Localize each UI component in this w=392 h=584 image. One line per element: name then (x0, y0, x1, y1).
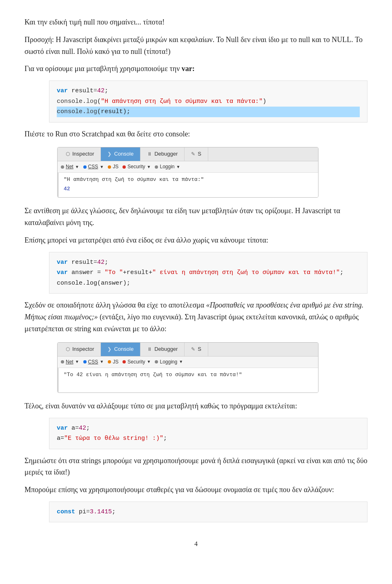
toolbar-security-2[interactable]: Security ▼ (122, 358, 151, 366)
toolbar-css-1[interactable]: CSS ▼ (83, 163, 104, 171)
paragraph-9: Μπορούμε επίσης να χρησιμοποιήσουμε σταθ… (24, 484, 368, 496)
tab-inspector-1[interactable]: ⬡ Inspector (59, 147, 101, 161)
paragraph-8: Σημειώστε ότι στα strings μπορούμε να χρ… (24, 455, 368, 479)
toolbar-js-2[interactable]: JS (108, 358, 118, 366)
devtools-screenshot-2: ⬡ Inspector ❯ Console ⏸ Debugger ✎ S Net… (57, 342, 318, 393)
code-block-1: var result=42; console.log("Η απάντηση σ… (49, 80, 368, 123)
css-arrow-2: ▼ (100, 359, 104, 365)
security-dot-1 (122, 165, 126, 169)
tab-debugger-1[interactable]: ⏸ Debugger (140, 147, 185, 161)
inspector-icon-2: ⬡ (66, 345, 70, 353)
paragraph-1: Και την ειδική τιμή null που σημαίνει...… (24, 16, 368, 28)
tab-s-1[interactable]: ✎ S (185, 147, 208, 161)
loggin-dot-1 (155, 165, 158, 169)
console-line-3: "To 42 είναι η απάντηση στη ζωή το σύμπα… (64, 370, 313, 380)
devtools-toolbar-1: Net ▼ CSS ▼ JS Security ▼ Loggin ▼ (58, 161, 318, 173)
paragraph-6: Σχεδόν σε οποιαδήποτε άλλη γλώσσα θα είχ… (24, 299, 368, 334)
code-block-2: var result=42; var answer = "To "+result… (49, 252, 368, 294)
net-dot-1 (61, 165, 64, 169)
css-arrow-1: ▼ (100, 164, 104, 170)
tab-console-2[interactable]: ❯ Console (101, 343, 140, 356)
toolbar-net-1[interactable]: Net ▼ (61, 163, 79, 171)
s-icon-2: ✎ (191, 345, 195, 353)
devtools-screenshot-1: ⬡ Inspector ❯ Console ⏸ Debugger ✎ S Net… (57, 147, 318, 198)
code-block-4: const pi=3.1415; (49, 502, 368, 523)
toolbar-security-1[interactable]: Security ▼ (122, 163, 151, 171)
devtools-tabs-1: ⬡ Inspector ❯ Console ⏸ Debugger ✎ S (58, 147, 318, 161)
tab-inspector-2[interactable]: ⬡ Inspector (59, 343, 101, 356)
paragraph-5: Επίσης μπορεί να μετατρέψει από ένα είδο… (24, 234, 368, 246)
paragraph-run: Πιέστε το Run στο Scratchpad και θα δείτ… (24, 128, 368, 140)
toolbar-net-2[interactable]: Net ▼ (61, 358, 79, 366)
devtools-content-2: "To 42 είναι η απάντηση στη ζωή το σύμπα… (58, 368, 318, 392)
console-line-1: "Η απάντηση στη ζωή το σύμπαν και τα πάν… (64, 175, 313, 185)
css-dot-2 (83, 360, 87, 363)
devtools-tabs-2: ⬡ Inspector ❯ Console ⏸ Debugger ✎ S (58, 343, 318, 357)
paragraph-4: Σε αντίθεση με άλλες γλώσσες, δεν δηλώνο… (24, 205, 368, 229)
debugger-icon-1: ⏸ (147, 150, 152, 158)
loggin-arrow-1: ▼ (176, 164, 180, 170)
console-line-2: 42 (64, 185, 313, 194)
js-dot-1 (108, 165, 111, 169)
net-arrow-2: ▼ (75, 359, 79, 365)
security-dot-2 (122, 360, 126, 363)
toolbar-logging-2[interactable]: Logging ▼ (155, 358, 183, 366)
devtools-content-1: "Η απάντηση στη ζωή το σύμπαν και τα πάν… (58, 173, 318, 197)
logging-arrow-2: ▼ (179, 359, 183, 365)
js-dot-2 (108, 360, 111, 363)
paragraph-3: Για να ορίσουμε μια μεταβλητή χρησιμοποι… (24, 63, 368, 75)
console-icon-2: ❯ (107, 345, 111, 353)
devtools-toolbar-2: Net ▼ CSS ▼ JS Security ▼ Logging ▼ (58, 357, 318, 368)
console-icon-1: ❯ (107, 150, 111, 158)
tab-debugger-2[interactable]: ⏸ Debugger (140, 343, 185, 356)
logging-dot-2 (155, 360, 158, 363)
debugger-icon-2: ⏸ (147, 345, 152, 353)
net-dot-2 (61, 360, 64, 363)
code-block-3: var a=42; a="Ε τώρα το θέλω string! :)"; (49, 418, 368, 449)
security-arrow-1: ▼ (147, 164, 151, 170)
css-dot-1 (83, 165, 87, 169)
page-number: 4 (24, 539, 368, 549)
tab-console-1[interactable]: ❯ Console (101, 147, 140, 161)
toolbar-loggin-1[interactable]: Loggin ▼ (155, 163, 180, 171)
toolbar-js-1[interactable]: JS (108, 163, 118, 171)
paragraph-2: Προσοχή: Η Javascript διακρίνει μεταξύ μ… (24, 34, 368, 58)
s-icon-1: ✎ (191, 150, 195, 158)
paragraph-7: Τέλος, είναι δυνατόν να αλλάξουμε τύπο σ… (24, 400, 368, 412)
security-arrow-2: ▼ (147, 359, 151, 365)
net-arrow-1: ▼ (75, 164, 79, 170)
toolbar-css-2[interactable]: CSS ▼ (83, 358, 104, 366)
inspector-icon-1: ⬡ (66, 150, 70, 158)
tab-s-2[interactable]: ✎ S (185, 343, 208, 356)
